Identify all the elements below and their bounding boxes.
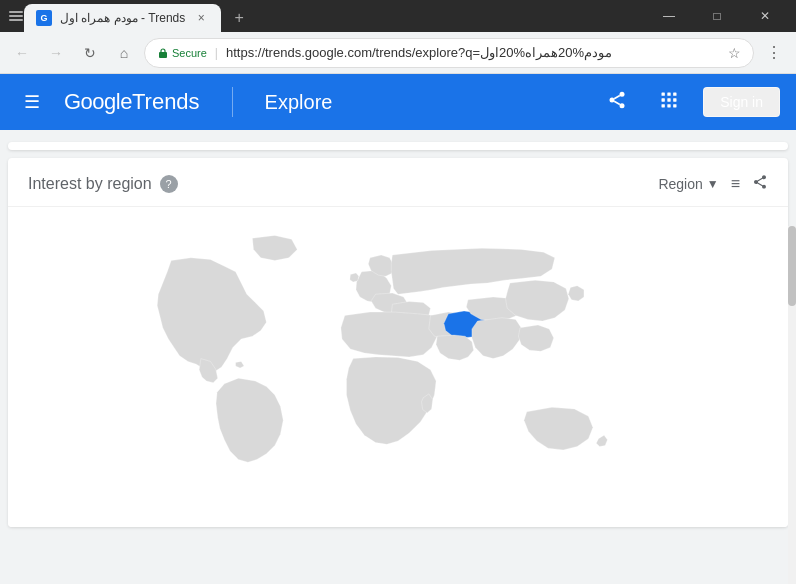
svg-rect-16 [668, 104, 671, 107]
close-button[interactable]: ✕ [742, 0, 788, 32]
url-text: https://trends.google.com/trends/explore… [226, 45, 720, 60]
region-dropdown[interactable]: Region ▼ [658, 176, 718, 192]
svg-line-8 [614, 95, 620, 98]
card-actions: Region ▼ ≡ [658, 174, 768, 194]
svg-point-6 [620, 103, 625, 108]
apps-grid-icon[interactable] [651, 82, 687, 123]
dropdown-arrow-icon: ▼ [707, 177, 719, 191]
tab-favicon: G [36, 10, 52, 26]
new-tab-button[interactable]: + [225, 4, 253, 32]
stub-top-card [8, 142, 788, 150]
chrome-icons [8, 8, 24, 24]
svg-line-7 [614, 101, 620, 104]
trends-header: ☰ Google Trends Explore Sign in [0, 74, 796, 130]
hamburger-menu-icon[interactable]: ☰ [16, 83, 48, 121]
minimize-button[interactable]: — [646, 0, 692, 32]
secure-indicator: Secure [157, 47, 207, 59]
logo-trends-text: Trends [132, 89, 200, 115]
svg-rect-12 [662, 98, 665, 101]
forward-button[interactable]: → [42, 39, 70, 67]
url-bar[interactable]: Secure | https://trends.google.com/trend… [144, 38, 754, 68]
home-button[interactable]: ⌂ [110, 39, 138, 67]
map-container [8, 207, 788, 527]
tab-title: مودم همراه اول - Trends [60, 11, 185, 25]
window-controls: — □ ✕ [646, 0, 788, 32]
svg-rect-14 [673, 98, 676, 101]
header-divider [232, 87, 233, 117]
card-header: Interest by region ? Region ▼ ≡ [8, 158, 788, 207]
svg-rect-1 [9, 15, 23, 17]
svg-rect-10 [668, 92, 671, 95]
svg-rect-0 [9, 11, 23, 13]
header-share-icon[interactable] [599, 82, 635, 123]
svg-rect-3 [159, 52, 167, 58]
interest-by-region-card: Interest by region ? Region ▼ ≡ [8, 158, 788, 527]
window-titlebar: G مودم همراه اول - Trends × + — □ ✕ [0, 0, 796, 32]
main-content: Interest by region ? Region ▼ ≡ [0, 130, 796, 539]
sign-in-button[interactable]: Sign in [703, 87, 780, 117]
main-area: Interest by region ? Region ▼ ≡ [0, 130, 796, 539]
svg-rect-17 [673, 104, 676, 107]
scrollbar-thumb[interactable] [788, 226, 796, 306]
chrome-menu-icon[interactable] [8, 8, 24, 24]
browser-menu-button[interactable]: ⋮ [760, 39, 788, 67]
maximize-button[interactable]: □ [694, 0, 740, 32]
world-map [58, 227, 738, 507]
svg-point-5 [610, 97, 615, 102]
card-title-area: Interest by region ? [28, 175, 178, 193]
help-icon[interactable]: ? [160, 175, 178, 193]
region-label: Region [658, 176, 702, 192]
card-title: Interest by region [28, 175, 152, 193]
svg-rect-11 [673, 92, 676, 95]
explore-label: Explore [265, 91, 333, 114]
card-share-icon[interactable] [752, 174, 768, 194]
titlebar-left [8, 8, 24, 24]
google-trends-logo: Google Trends [64, 89, 200, 115]
svg-rect-15 [662, 104, 665, 107]
svg-rect-9 [662, 92, 665, 95]
scrollbar[interactable] [788, 226, 796, 584]
bookmark-icon[interactable]: ☆ [728, 45, 741, 61]
browser-tab[interactable]: G مودم همراه اول - Trends × [24, 4, 221, 32]
svg-rect-2 [9, 19, 23, 21]
url-separator: | [215, 46, 218, 60]
svg-rect-13 [668, 98, 671, 101]
address-bar: ← → ↻ ⌂ Secure | https://trends.google.c… [0, 32, 796, 74]
refresh-button[interactable]: ↻ [76, 39, 104, 67]
svg-point-4 [620, 91, 625, 96]
list-view-icon[interactable]: ≡ [731, 175, 740, 193]
logo-google-text: Google [64, 89, 132, 115]
tab-close-button[interactable]: × [193, 10, 209, 26]
back-button[interactable]: ← [8, 39, 36, 67]
